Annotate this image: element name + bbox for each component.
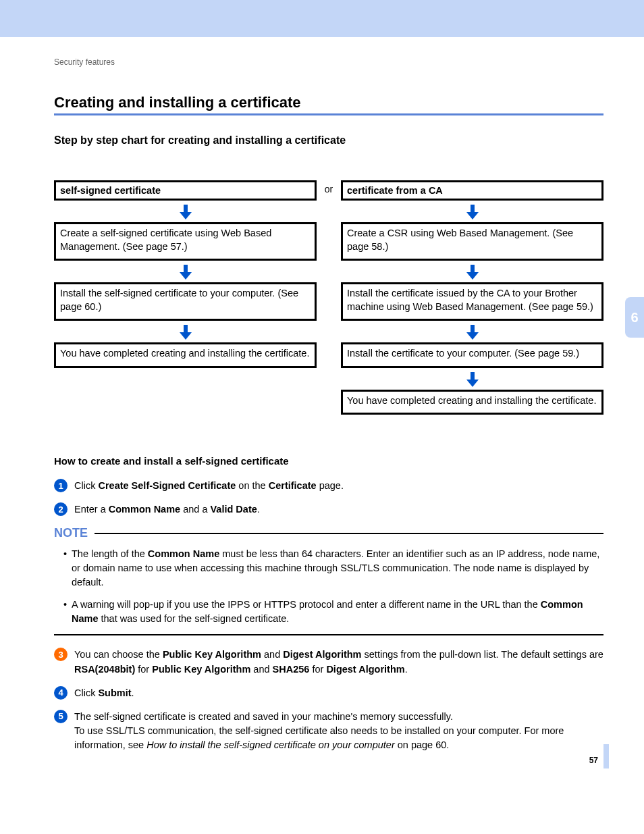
arrow-down-icon: [54, 201, 317, 222]
step-3: 3 You can choose the Public Key Algorith…: [54, 648, 603, 676]
page-footer: 57: [589, 752, 609, 768]
step-text: Click Create Self-Signed Certificate on …: [74, 479, 603, 493]
flowchart-header-self-signed: self-signed certificate: [54, 180, 317, 201]
flowchart-header-ca: certificate from a CA: [341, 180, 603, 201]
svg-rect-0: [184, 205, 188, 212]
arrow-down-icon: [341, 368, 603, 390]
arrow-down-icon: [54, 261, 317, 282]
step-text: Enter a Common Name and a Valid Date.: [74, 502, 603, 517]
page-number: 57: [589, 756, 598, 765]
note-label: NOTE: [54, 526, 88, 540]
corner-accent: [603, 744, 609, 768]
step-1: 1 Click Create Self-Signed Certificate o…: [54, 479, 603, 493]
page-title: Creating and installing a certificate: [54, 94, 603, 111]
flowchart-step: Install the certificate to your computer…: [341, 342, 603, 368]
svg-rect-4: [184, 325, 188, 332]
step-number-icon: 1: [54, 479, 68, 492]
step-text: You can choose the Public Key Algorithm …: [74, 648, 603, 676]
svg-marker-3: [180, 272, 192, 280]
flowchart-left-column: self-signed certificate Create a self-si…: [54, 180, 317, 415]
or-separator: or: [317, 180, 341, 415]
step-number-icon: 4: [54, 686, 68, 700]
breadcrumb: Security features: [54, 57, 603, 67]
note-list: The length of the Common Name must be le…: [63, 547, 603, 626]
step-number-icon: 2: [54, 502, 68, 516]
svg-marker-1: [180, 212, 192, 219]
flowchart-step: You have completed creating and installi…: [54, 342, 317, 368]
svg-marker-5: [180, 332, 192, 340]
arrow-down-icon: [54, 321, 317, 342]
flowchart-step: You have completed creating and installi…: [341, 390, 603, 415]
step-number-icon: 3: [54, 648, 68, 661]
flowchart: self-signed certificate Create a self-si…: [54, 180, 603, 415]
note-item: A warning will pop-up if you use the IPP…: [63, 598, 603, 626]
step-text: The self-signed certificate is created a…: [74, 710, 603, 752]
divider: [54, 634, 603, 635]
svg-rect-10: [471, 325, 475, 332]
svg-rect-2: [184, 265, 188, 272]
svg-marker-11: [466, 332, 479, 340]
step-4: 4 Click Submit.: [54, 686, 603, 700]
flowchart-step: Install the self-signed certificate to y…: [54, 282, 317, 321]
svg-marker-7: [466, 212, 479, 219]
svg-rect-6: [471, 205, 475, 212]
arrow-down-icon: [341, 321, 603, 342]
step-number-icon: 5: [54, 710, 68, 723]
title-underline: [54, 113, 603, 115]
note-item: The length of the Common Name must be le…: [63, 547, 603, 590]
flowchart-step: Install the certificate issued by the CA…: [341, 282, 603, 321]
flowchart-step: Create a self-signed certificate using W…: [54, 222, 317, 261]
divider: [95, 533, 603, 534]
howto-title: How to create and install a self-signed …: [54, 455, 603, 467]
svg-marker-13: [466, 380, 479, 387]
top-banner: [0, 0, 644, 37]
step-2: 2 Enter a Common Name and a Valid Date.: [54, 502, 603, 517]
svg-rect-12: [471, 372, 475, 380]
step-5: 5 The self-signed certificate is created…: [54, 710, 603, 752]
flowchart-right-column: certificate from a CA Create a CSR using…: [341, 180, 603, 415]
step-text: Click Submit.: [74, 686, 603, 700]
chart-title: Step by step chart for creating and inst…: [54, 134, 603, 147]
svg-rect-8: [471, 265, 475, 272]
flowchart-step: Create a CSR using Web Based Management.…: [341, 222, 603, 261]
arrow-down-icon: [341, 201, 603, 222]
svg-marker-9: [466, 272, 479, 280]
arrow-down-icon: [341, 261, 603, 282]
note-header: NOTE: [54, 526, 603, 540]
